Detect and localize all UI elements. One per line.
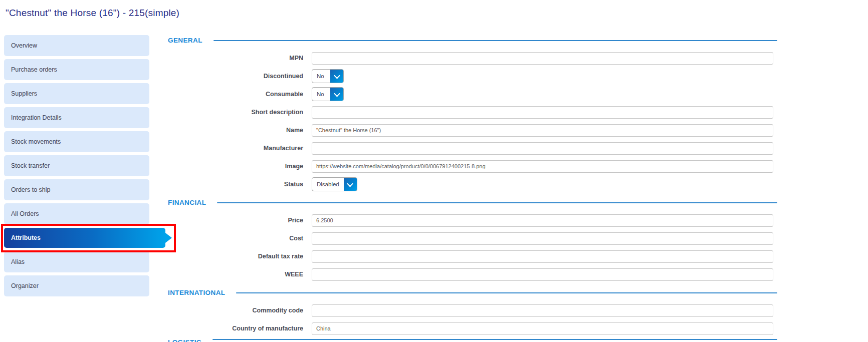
short-description-field[interactable] <box>312 106 773 119</box>
sidebar-item-alias[interactable]: Alias <box>4 251 149 272</box>
country-of-manufacture-field[interactable] <box>312 322 773 335</box>
commodity-code-field[interactable] <box>312 304 773 317</box>
form-row: Image <box>168 157 777 175</box>
section-header-logistic: LOGISTIC <box>168 337 777 342</box>
form-row: Status Disabled <box>168 175 777 193</box>
sidebar-item-overview[interactable]: Overview <box>4 35 149 56</box>
dropdown-button <box>330 88 343 101</box>
section-title: LOGISTIC <box>168 338 201 342</box>
commodity-code-label: Commodity code <box>168 307 303 314</box>
form-row: Default tax rate <box>168 247 777 265</box>
country-of-manufacture-label: Country of manufacture <box>168 325 303 332</box>
status-label: Status <box>168 181 303 188</box>
weee-label: WEEE <box>168 271 303 278</box>
section-header-international: INTERNATIONAL <box>168 285 777 299</box>
section-header-financial: FINANCIAL <box>168 195 777 209</box>
cost-field[interactable] <box>312 232 773 245</box>
discontinued-select[interactable]: No <box>312 69 344 83</box>
form-row: Country of manufacture <box>168 319 777 337</box>
chevron-down-icon <box>347 180 353 187</box>
image-field[interactable] <box>312 160 773 173</box>
form-row: Cost <box>168 229 777 247</box>
discontinued-label: Discontinued <box>168 73 303 80</box>
dropdown-button <box>330 70 343 83</box>
mpn-label: MPN <box>168 55 303 62</box>
default-tax-rate-field[interactable] <box>312 250 773 263</box>
sidebar-item-stock-transfer[interactable]: Stock transfer <box>4 155 149 176</box>
section-divider <box>212 339 777 340</box>
price-field[interactable] <box>312 214 773 227</box>
dropdown-button <box>344 178 357 191</box>
manufacturer-field[interactable] <box>312 142 773 155</box>
section-divider <box>236 292 777 293</box>
consumable-label: Consumable <box>168 91 303 98</box>
form-row: Consumable No <box>168 85 777 103</box>
sidebar-item-organizer[interactable]: Organizer <box>4 275 149 296</box>
form-row: Short description <box>168 103 777 121</box>
form-row: Manufacturer <box>168 139 777 157</box>
status-selected-value: Disabled <box>312 178 344 191</box>
sidebar: Overview Purchase orders Suppliers Integ… <box>4 35 149 299</box>
short-description-label: Short description <box>168 109 303 116</box>
sidebar-item-orders-to-ship[interactable]: Orders to ship <box>4 179 149 200</box>
consumable-select[interactable]: No <box>312 87 344 101</box>
selected-item-arrow <box>165 233 172 243</box>
status-select[interactable]: Disabled <box>312 177 357 191</box>
chevron-down-icon <box>334 72 340 79</box>
form-row: Commodity code <box>168 301 777 319</box>
sidebar-item-attributes-wrap: Attributes <box>4 227 149 248</box>
image-label: Image <box>168 163 303 170</box>
price-label: Price <box>168 217 303 224</box>
sidebar-item-attributes[interactable]: Attributes <box>4 228 165 248</box>
form-row: Name <box>168 121 777 139</box>
name-label: Name <box>168 127 303 134</box>
chevron-down-icon <box>334 90 340 97</box>
section-title: INTERNATIONAL <box>168 289 225 296</box>
name-field[interactable] <box>312 124 773 137</box>
sidebar-item-integration-details[interactable]: Integration Details <box>4 107 149 128</box>
section-title: FINANCIAL <box>168 199 206 206</box>
section-header-general: GENERAL <box>168 33 777 47</box>
section-title: GENERAL <box>168 37 202 44</box>
default-tax-rate-label: Default tax rate <box>168 253 303 260</box>
cost-label: Cost <box>168 235 303 242</box>
form-row: MPN <box>168 49 777 67</box>
weee-field[interactable] <box>312 268 773 281</box>
form-row: WEEE <box>168 265 777 283</box>
section-divider <box>213 40 777 41</box>
sidebar-item-all-orders[interactable]: All Orders <box>4 203 149 224</box>
consumable-selected-value: No <box>312 88 330 101</box>
page-title: "Chestnut" the Horse (16") - 215(simple) <box>6 8 179 19</box>
form-row: Discontinued No <box>168 67 777 85</box>
form-row: Price <box>168 211 777 229</box>
sidebar-item-suppliers[interactable]: Suppliers <box>4 83 149 104</box>
attributes-form: GENERAL MPN Discontinued No Consumable N… <box>168 33 777 342</box>
sidebar-item-purchase-orders[interactable]: Purchase orders <box>4 59 149 80</box>
discontinued-selected-value: No <box>312 70 330 83</box>
manufacturer-label: Manufacturer <box>168 145 303 152</box>
section-divider <box>217 202 777 203</box>
sidebar-item-stock-movements[interactable]: Stock movements <box>4 131 149 152</box>
mpn-field[interactable] <box>312 52 773 65</box>
